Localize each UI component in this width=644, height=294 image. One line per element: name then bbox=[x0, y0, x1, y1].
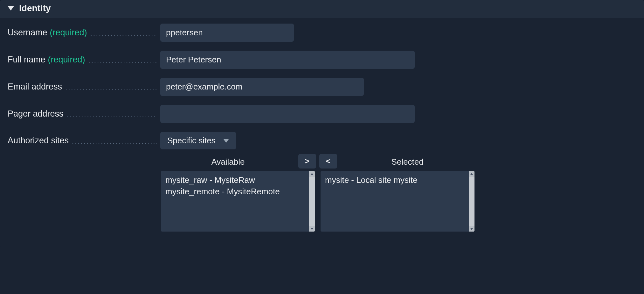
scroll-down-icon[interactable] bbox=[469, 226, 474, 232]
authorized-mode-dropdown[interactable]: Specific sites bbox=[160, 132, 236, 149]
dots-filler bbox=[88, 57, 157, 65]
required-badge: (required) bbox=[50, 28, 87, 38]
row-email: Email address bbox=[8, 78, 636, 96]
cell-pager bbox=[160, 105, 636, 123]
duallist-header-row: Available > < Selected bbox=[160, 154, 475, 171]
scroll-up-icon[interactable] bbox=[469, 171, 474, 177]
available-listbox[interactable]: mysite_raw - MysiteRawmysite_remote - My… bbox=[161, 171, 315, 232]
label-pager-text: Pager address bbox=[8, 109, 64, 119]
label-email: Email address bbox=[8, 82, 160, 92]
scroll-down-icon[interactable] bbox=[309, 226, 315, 232]
row-username: Username (required) bbox=[8, 24, 636, 42]
label-authorized-text: Authorized sites bbox=[8, 136, 69, 146]
panel-title: Identity bbox=[19, 3, 51, 13]
scrollbar[interactable] bbox=[309, 171, 315, 232]
scrollbar[interactable] bbox=[469, 171, 474, 232]
form-body: Username (required) Full name (required)… bbox=[0, 18, 644, 232]
email-input[interactable] bbox=[160, 78, 364, 96]
cell-authorized: Specific sites Available > < Selected my… bbox=[160, 132, 636, 232]
move-left-button[interactable]: < bbox=[319, 154, 337, 169]
cell-fullname bbox=[160, 51, 636, 69]
label-pager: Pager address bbox=[8, 109, 160, 119]
list-item[interactable]: mysite - Local site mysite bbox=[325, 174, 470, 186]
chevron-down-icon bbox=[223, 139, 229, 143]
label-authorized: Authorized sites bbox=[8, 132, 160, 146]
cell-email bbox=[160, 78, 636, 96]
identity-panel: Identity Username (required) Full name (… bbox=[0, 0, 644, 247]
dots-filler bbox=[90, 30, 157, 38]
available-header: Available bbox=[160, 155, 296, 170]
label-email-text: Email address bbox=[8, 82, 62, 92]
pager-input[interactable] bbox=[160, 105, 415, 123]
authorized-mode-value: Specific sites bbox=[167, 136, 216, 146]
dots-filler bbox=[67, 111, 157, 119]
move-right-button[interactable]: > bbox=[298, 154, 316, 169]
duallist-body: mysite_raw - MysiteRawmysite_remote - My… bbox=[160, 171, 475, 232]
label-fullname: Full name (required) bbox=[8, 55, 160, 65]
row-pager: Pager address bbox=[8, 105, 636, 123]
panel-header[interactable]: Identity bbox=[0, 0, 644, 18]
collapse-triangle-icon bbox=[8, 6, 14, 11]
label-username-text: Username bbox=[8, 28, 47, 38]
list-item[interactable]: mysite_raw - MysiteRaw bbox=[165, 174, 310, 186]
transfer-buttons: > < bbox=[296, 154, 340, 171]
fullname-input[interactable] bbox=[160, 51, 415, 69]
row-fullname: Full name (required) bbox=[8, 51, 636, 69]
dots-filler bbox=[65, 84, 157, 92]
selected-listbox[interactable]: mysite - Local site mysite bbox=[321, 171, 474, 232]
list-item[interactable]: mysite_remote - MysiteRemote bbox=[165, 186, 310, 197]
required-badge: (required) bbox=[48, 55, 85, 65]
label-fullname-text: Full name bbox=[8, 55, 45, 65]
label-username: Username (required) bbox=[8, 28, 160, 38]
username-input[interactable] bbox=[160, 24, 294, 42]
selected-header: Selected bbox=[340, 155, 475, 170]
cell-username bbox=[160, 24, 636, 42]
row-authorized: Authorized sites Specific sites Availabl… bbox=[8, 132, 636, 232]
dots-filler bbox=[72, 138, 157, 146]
scroll-up-icon[interactable] bbox=[309, 171, 315, 177]
